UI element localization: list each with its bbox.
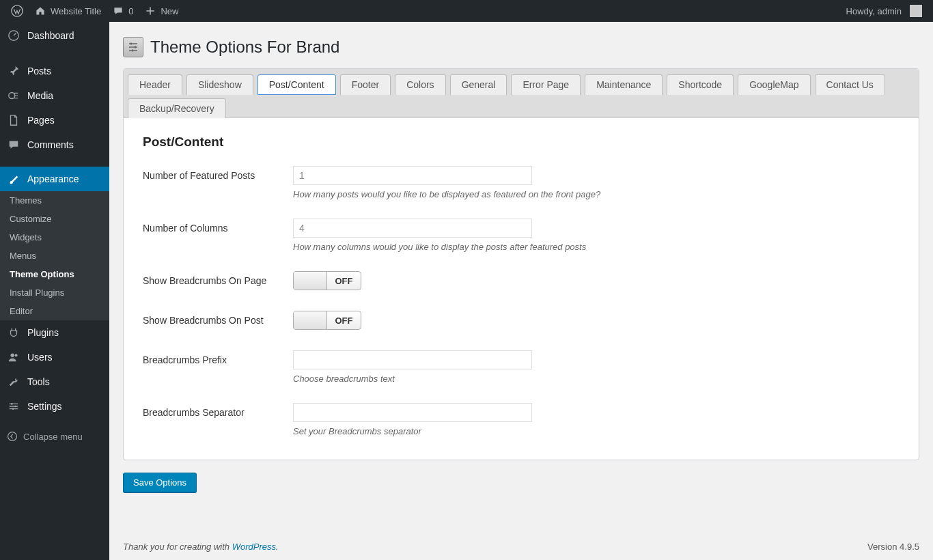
menu-plugins[interactable]: Plugins (0, 320, 109, 345)
breadcrumbs-prefix-input[interactable] (293, 350, 532, 369)
toggle-handle (294, 272, 327, 290)
menu-dashboard[interactable]: Dashboard (0, 22, 109, 49)
menu-tools[interactable]: Tools (0, 369, 109, 394)
tab-header[interactable]: Header (128, 74, 182, 95)
site-link[interactable]: Website Title (29, 0, 107, 22)
wordpress-icon (11, 5, 23, 17)
submenu-customize[interactable]: Customize (0, 210, 109, 228)
tab-contact-us[interactable]: Contact Us (815, 74, 885, 95)
plug-icon (7, 326, 20, 339)
new-content-link[interactable]: New (139, 0, 184, 22)
users-icon (7, 350, 20, 364)
admin-bar: Website Title 0 New Howdy, admin (0, 0, 933, 22)
columns-input[interactable] (293, 219, 532, 238)
tabs: HeaderSlideshowPost/ContentFooterColorsG… (124, 69, 919, 118)
breadcrumbs-separator-input[interactable] (293, 403, 532, 422)
brush-icon (7, 172, 20, 186)
svg-point-7 (12, 408, 14, 410)
wordpress-link[interactable]: WordPress (232, 542, 276, 552)
submenu-themes[interactable]: Themes (0, 191, 109, 210)
menu-label: Comments (27, 139, 74, 150)
menu-label: Plugins (27, 327, 59, 338)
menu-label: Appearance (27, 173, 79, 184)
howdy-text: Howdy, admin (846, 6, 902, 16)
field-label: Number of Columns (143, 219, 293, 234)
toggle-state: OFF (327, 272, 361, 290)
submenu-menus[interactable]: Menus (0, 247, 109, 265)
breadcrumbs-page-toggle[interactable]: OFF (293, 271, 361, 290)
toggle-handle (294, 311, 327, 329)
tab-shortcode[interactable]: Shortcode (667, 74, 734, 95)
pin-icon (7, 64, 20, 78)
help-text: Set your Breadcrumbs separator (293, 426, 900, 436)
wrench-icon (7, 375, 20, 389)
submenu-editor[interactable]: Editor (0, 302, 109, 320)
tab-backup-recovery[interactable]: Backup/Recovery (128, 98, 226, 118)
menu-label: Dashboard (27, 30, 74, 41)
menu-settings[interactable]: Settings (0, 394, 109, 419)
collapse-label: Collapse menu (23, 432, 83, 442)
account-link[interactable]: Howdy, admin (841, 0, 928, 22)
svg-rect-9 (130, 43, 132, 45)
field-label: Show Breadcrumbs On Page (143, 271, 293, 286)
admin-footer: Thank you for creating with WordPress. V… (123, 529, 919, 560)
submenu-theme-options[interactable]: Theme Options (0, 265, 109, 283)
field-featured-posts: Number of Featured Posts How many posts … (143, 166, 900, 199)
svg-rect-11 (132, 50, 133, 52)
tab-colors[interactable]: Colors (395, 74, 445, 95)
svg-rect-10 (135, 46, 136, 48)
plus-icon (144, 5, 156, 17)
menu-label: Media (27, 90, 53, 101)
menu-posts[interactable]: Posts (0, 59, 109, 83)
menu-comments[interactable]: Comments (0, 132, 109, 157)
save-button[interactable]: Save Options (123, 473, 197, 492)
collapse-icon (7, 431, 18, 442)
help-text: How many columns would you like to displ… (293, 242, 900, 252)
wp-logo[interactable] (5, 0, 29, 22)
field-label: Show Breadcrumbs On Post (143, 311, 293, 326)
home-icon (34, 5, 46, 17)
svg-point-5 (11, 403, 13, 405)
tab-error-page[interactable]: Error Page (511, 74, 581, 95)
comment-icon (7, 138, 20, 152)
breadcrumbs-post-toggle[interactable]: OFF (293, 311, 361, 330)
featured-posts-input[interactable] (293, 166, 532, 185)
menu-label: Posts (27, 66, 51, 76)
toggle-state: OFF (327, 311, 361, 329)
field-label: Breadcrumbs Prefix (143, 350, 293, 365)
page-heading: Theme Options For Brand (123, 37, 919, 57)
avatar (910, 5, 922, 17)
submenu-widgets[interactable]: Widgets (0, 228, 109, 247)
menu-pages[interactable]: Pages (0, 108, 109, 132)
field-breadcrumbs-page: Show Breadcrumbs On Page OFF (143, 271, 900, 292)
tab-post-content[interactable]: Post/Content (257, 74, 336, 95)
submenu-install-plugins[interactable]: Install Plugins (0, 283, 109, 302)
svg-point-8 (8, 432, 17, 441)
menu-media[interactable]: Media (0, 83, 109, 108)
svg-point-6 (14, 406, 16, 408)
tab-googlemap[interactable]: GoogleMap (738, 74, 810, 95)
comments-count: 0 (128, 6, 133, 16)
options-panel: HeaderSlideshowPost/ContentFooterColorsG… (123, 68, 919, 460)
new-label: New (161, 6, 178, 16)
tab-footer[interactable]: Footer (340, 74, 391, 95)
tab-general[interactable]: General (450, 74, 507, 95)
svg-point-2 (9, 93, 15, 99)
sliders-icon (7, 400, 20, 413)
help-text: Choose breadcrumbs text (293, 374, 900, 384)
site-title: Website Title (51, 6, 101, 16)
menu-label: Pages (27, 115, 55, 126)
field-breadcrumbs-prefix: Breadcrumbs Prefix Choose breadcrumbs te… (143, 350, 900, 384)
tab-slideshow[interactable]: Slideshow (186, 74, 253, 95)
comment-icon (112, 5, 124, 17)
menu-appearance[interactable]: Appearance (0, 167, 109, 191)
field-label: Number of Featured Posts (143, 166, 293, 181)
help-text: How many posts would you like to be disp… (293, 189, 900, 199)
field-breadcrumbs-separator: Breadcrumbs Separator Set your Breadcrum… (143, 403, 900, 436)
svg-point-3 (11, 354, 14, 357)
comments-link[interactable]: 0 (107, 0, 139, 22)
tab-maintenance[interactable]: Maintenance (585, 74, 663, 95)
footer-thankyou: Thank you for creating with (123, 542, 232, 552)
collapse-menu[interactable]: Collapse menu (0, 424, 109, 449)
menu-users[interactable]: Users (0, 345, 109, 369)
